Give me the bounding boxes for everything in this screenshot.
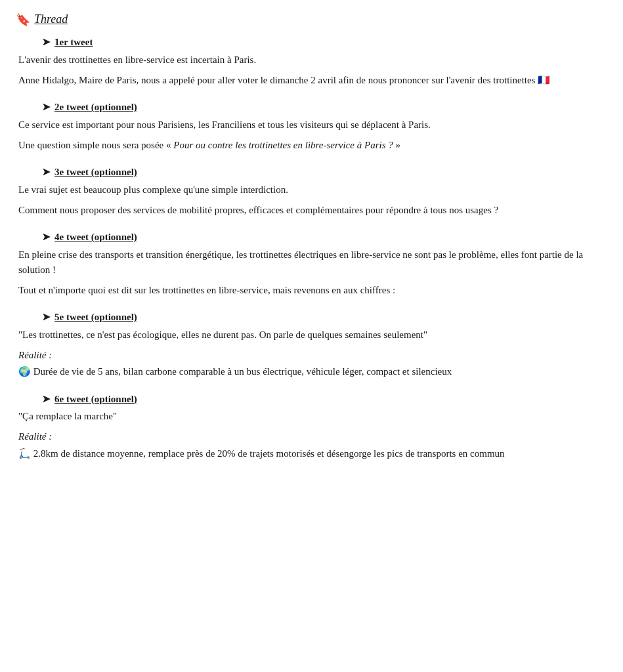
tweet-section-tweet-2: ➤2e tweet (optionnel)Ce service est impo… bbox=[16, 100, 607, 153]
realite-text: 🛴 2.8km de distance moyenne, remplace pr… bbox=[18, 446, 607, 461]
chevron-right-icon: ➤ bbox=[42, 35, 51, 50]
thread-title: Thread bbox=[34, 10, 68, 28]
tweet-paragraph: Ce service est important pour nous Paris… bbox=[18, 117, 607, 133]
tweet-paragraph: Anne Hidalgo, Maire de Paris, nous a app… bbox=[18, 73, 607, 88]
tweet-label-tweet-1: 1er tweet bbox=[54, 35, 93, 50]
tweet-paragraph: En pleine crise des transports et transi… bbox=[18, 247, 607, 278]
tweet-paragraph: Le vrai sujet est beaucoup plus complexe… bbox=[18, 182, 607, 198]
tweet-section-tweet-1: ➤1er tweetL'avenir des trottinettes en l… bbox=[16, 35, 607, 88]
tweet-paragraph: "Ça remplace la marche" bbox=[18, 409, 607, 424]
tweet-section-tweet-5: ➤5e tweet (optionnel)"Les trottinettes, … bbox=[16, 310, 607, 379]
tweet-content-tweet-5: "Les trottinettes, ce n'est pas écologiq… bbox=[16, 327, 607, 380]
tweets-container: ➤1er tweetL'avenir des trottinettes en l… bbox=[16, 35, 607, 461]
chevron-right-icon: ➤ bbox=[42, 310, 51, 325]
tweet-paragraph: Une question simple nous sera posée « Po… bbox=[18, 138, 607, 153]
tweet-label-tweet-6: 6e tweet (optionnel) bbox=[54, 392, 137, 407]
tweet-label-tweet-3: 3e tweet (optionnel) bbox=[54, 165, 137, 180]
realite-text: 🌍 Durée de vie de 5 ans, bilan carbone c… bbox=[18, 364, 607, 379]
tweet-header-tweet-3: ➤3e tweet (optionnel) bbox=[42, 165, 607, 180]
tweet-section-tweet-6: ➤6e tweet (optionnel)"Ça remplace la mar… bbox=[16, 392, 607, 461]
tweet-label-tweet-2: 2e tweet (optionnel) bbox=[54, 100, 137, 115]
tweet-header-tweet-4: ➤4e tweet (optionnel) bbox=[42, 230, 607, 245]
tweet-header-tweet-1: ➤1er tweet bbox=[42, 35, 607, 50]
tweet-header-tweet-6: ➤6e tweet (optionnel) bbox=[42, 392, 607, 407]
tweet-header-tweet-2: ➤2e tweet (optionnel) bbox=[42, 100, 607, 115]
tweet-header-tweet-5: ➤5e tweet (optionnel) bbox=[42, 310, 607, 325]
tweet-paragraph: Comment nous proposer des services de mo… bbox=[18, 203, 607, 218]
tweet-label-tweet-5: 5e tweet (optionnel) bbox=[54, 310, 137, 325]
tweet-content-tweet-1: L'avenir des trottinettes en libre-servi… bbox=[16, 52, 607, 89]
tweet-content-tweet-2: Ce service est important pour nous Paris… bbox=[16, 117, 607, 154]
chevron-right-icon: ➤ bbox=[42, 230, 51, 245]
tweet-section-tweet-4: ➤4e tweet (optionnel)En pleine crise des… bbox=[16, 230, 607, 298]
tweet-paragraph: L'avenir des trottinettes en libre-servi… bbox=[18, 52, 607, 68]
chevron-right-icon: ➤ bbox=[42, 165, 51, 180]
chevron-right-icon: ➤ bbox=[42, 392, 51, 407]
tweet-content-tweet-4: En pleine crise des transports et transi… bbox=[16, 247, 607, 299]
page-header: 🔖 Thread bbox=[16, 10, 607, 28]
tweet-label-tweet-4: 4e tweet (optionnel) bbox=[54, 230, 137, 245]
tweet-content-tweet-6: "Ça remplace la marche"Réalité :🛴 2.8km … bbox=[16, 409, 607, 461]
tweet-section-tweet-3: ➤3e tweet (optionnel)Le vrai sujet est b… bbox=[16, 165, 607, 218]
tweet-content-tweet-3: Le vrai sujet est beaucoup plus complexe… bbox=[16, 182, 607, 219]
realite-label: Réalité : bbox=[18, 348, 607, 363]
tweet-paragraph: Tout et n'importe quoi est dit sur les t… bbox=[18, 283, 607, 298]
chevron-right-icon: ➤ bbox=[42, 100, 51, 115]
tweet-paragraph: "Les trottinettes, ce n'est pas écologiq… bbox=[18, 327, 607, 343]
realite-label: Réalité : bbox=[18, 429, 607, 444]
bookmark-icon: 🔖 bbox=[16, 14, 30, 26]
